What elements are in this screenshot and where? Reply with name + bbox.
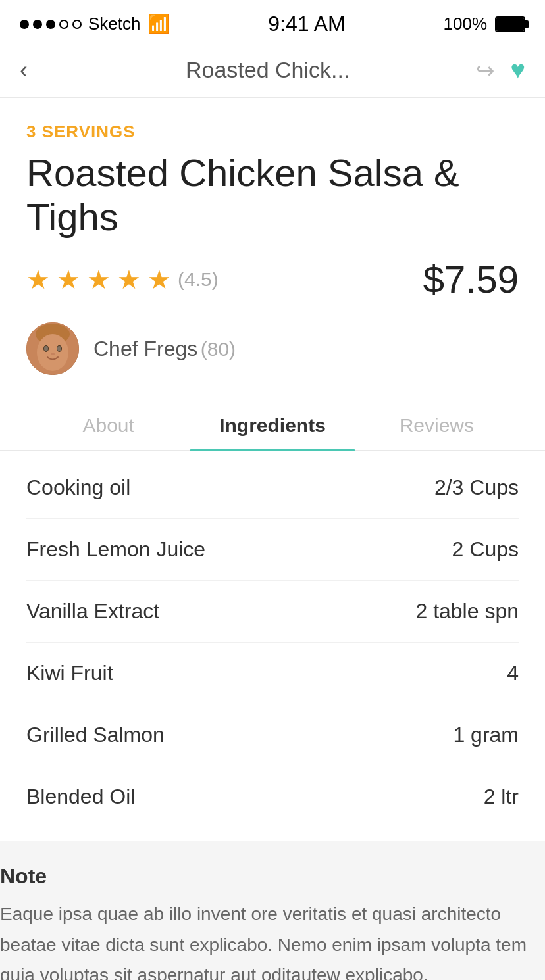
ingredient-row: Kiwi Fruit 4 — [26, 643, 519, 704]
chef-info: Chef Fregs (80) — [93, 337, 236, 361]
rating-count: (4.5) — [178, 268, 219, 291]
chef-avatar — [26, 322, 79, 375]
chef-name: Chef Fregs — [93, 337, 197, 360]
nav-title: Roasted Chick... — [186, 57, 350, 83]
carrier-label: Sketch — [88, 14, 141, 34]
ingredient-qty: 4 — [507, 661, 519, 685]
tab-reviews[interactable]: Reviews — [355, 401, 519, 450]
main-content: 3 SERVINGS Roasted Chicken Salsa & Tighs… — [0, 98, 545, 827]
status-left: Sketch 📶 — [20, 13, 170, 35]
ingredient-qty: 2 table spn — [415, 599, 519, 624]
ingredient-name: Blended Oil — [26, 785, 135, 809]
chef-face-image — [26, 322, 79, 375]
dot-5 — [72, 20, 82, 29]
tab-ingredients[interactable]: Ingredients — [190, 401, 354, 450]
note-section: Note Eaque ipsa quae ab illo invent ore … — [0, 841, 545, 980]
ingredient-name: Cooking oil — [26, 476, 130, 500]
battery-percent: 100% — [444, 14, 488, 34]
ingredient-row: Blended Oil 2 ltr — [26, 766, 519, 827]
ingredient-row: Fresh Lemon Juice 2 Cups — [26, 519, 519, 581]
stars-row: ★ ★ ★ ★ ★ (4.5) — [26, 264, 219, 295]
svg-point-6 — [57, 346, 61, 351]
ingredient-qty: 1 gram — [453, 723, 519, 747]
battery-fill — [496, 18, 524, 31]
svg-point-7 — [51, 353, 55, 355]
star-3: ★ — [87, 264, 111, 295]
status-right: 100% — [444, 14, 526, 34]
price: $7.59 — [423, 257, 519, 301]
ingredient-row: Grilled Salmon 1 gram — [26, 704, 519, 766]
nav-actions: ↪ ♥ — [476, 56, 525, 84]
dot-3 — [46, 20, 55, 29]
back-button[interactable]: ‹ — [20, 57, 59, 84]
ingredient-qty: 2 ltr — [484, 785, 519, 809]
star-1: ★ — [26, 264, 50, 295]
chef-reviews: (80) — [201, 338, 236, 360]
battery-body — [495, 16, 525, 32]
ingredient-row: Vanilla Extract 2 table spn — [26, 581, 519, 643]
rating-price-row: ★ ★ ★ ★ ★ (4.5) $7.59 — [26, 257, 519, 301]
star-2: ★ — [57, 264, 80, 295]
recipe-title: Roasted Chicken Salsa & Tighs — [26, 151, 519, 239]
svg-point-5 — [44, 346, 48, 351]
wifi-icon: 📶 — [147, 13, 170, 35]
ingredient-name: Kiwi Fruit — [26, 661, 113, 685]
ingredient-name: Grilled Salmon — [26, 723, 165, 747]
ingredient-qty: 2/3 Cups — [434, 476, 519, 500]
tab-about[interactable]: About — [26, 401, 190, 450]
battery-icon — [495, 16, 525, 32]
signal-dots — [20, 20, 82, 29]
nav-bar: ‹ Roasted Chick... ↪ ♥ — [0, 43, 545, 98]
ingredient-row: Cooking oil 2/3 Cups — [26, 457, 519, 519]
servings-label: 3 SERVINGS — [26, 122, 519, 142]
star-5: ★ — [147, 264, 171, 295]
dot-2 — [33, 20, 42, 29]
note-title: Note — [0, 864, 545, 889]
note-text: Eaque ipsa quae ab illo invent ore verit… — [0, 899, 545, 980]
dot-1 — [20, 20, 29, 29]
ingredient-qty: 2 Cups — [452, 537, 519, 562]
ingredient-name: Fresh Lemon Juice — [26, 537, 205, 562]
ingredients-list: Cooking oil 2/3 Cups Fresh Lemon Juice 2… — [26, 457, 519, 827]
status-bar: Sketch 📶 9:41 AM 100% — [0, 0, 545, 43]
favorite-icon[interactable]: ♥ — [510, 56, 525, 84]
share-icon[interactable]: ↪ — [476, 57, 494, 84]
chef-row: Chef Fregs (80) — [26, 322, 519, 375]
ingredient-name: Vanilla Extract — [26, 599, 159, 624]
status-time: 9:41 AM — [268, 12, 345, 36]
tabs-bar: About Ingredients Reviews — [0, 401, 545, 451]
star-4: ★ — [117, 264, 141, 295]
dot-4 — [59, 20, 68, 29]
